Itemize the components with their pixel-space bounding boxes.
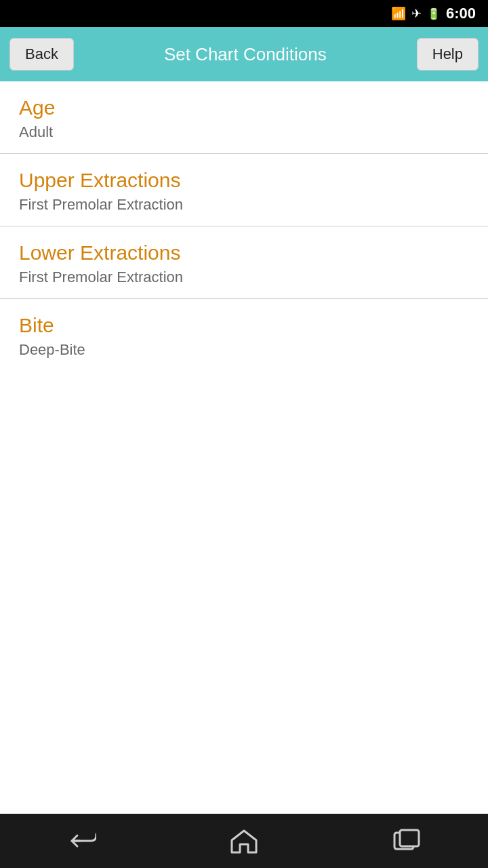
- bottom-nav: [0, 814, 488, 868]
- nav-recent-button[interactable]: [371, 822, 442, 860]
- lower-extractions-label: Lower Extractions: [19, 241, 469, 264]
- nav-back-button[interactable]: [46, 825, 117, 857]
- list-item-upper-extractions[interactable]: Upper Extractions First Premolar Extract…: [0, 154, 488, 226]
- list-item-bite[interactable]: Bite Deep-Bite: [0, 299, 488, 371]
- wifi-icon: 📶: [391, 6, 406, 21]
- page-title: Set Chart Conditions: [74, 44, 417, 65]
- airplane-icon: ✈: [411, 6, 422, 21]
- content-area: Age Adult Upper Extractions First Premol…: [0, 81, 488, 814]
- back-nav-icon: [66, 831, 96, 850]
- bite-label: Bite: [19, 314, 469, 337]
- upper-extractions-value: First Premolar Extraction: [19, 196, 469, 214]
- status-icons: 📶 ✈ 🔋 6:00: [391, 5, 476, 22]
- age-value: Adult: [19, 123, 469, 141]
- age-label: Age: [19, 96, 469, 119]
- status-bar: 📶 ✈ 🔋 6:00: [0, 0, 488, 27]
- list-item-lower-extractions[interactable]: Lower Extractions First Premolar Extract…: [0, 226, 488, 299]
- status-time: 6:00: [446, 5, 476, 22]
- svg-rect-1: [400, 830, 419, 846]
- bite-value: Deep-Bite: [19, 341, 469, 359]
- lower-extractions-value: First Premolar Extraction: [19, 269, 469, 286]
- upper-extractions-label: Upper Extractions: [19, 169, 469, 192]
- nav-home-button[interactable]: [209, 821, 279, 861]
- home-nav-icon: [229, 828, 259, 854]
- recent-nav-icon: [392, 829, 422, 853]
- help-button[interactable]: Help: [417, 38, 479, 71]
- list-item-age[interactable]: Age Adult: [0, 81, 488, 154]
- top-bar: Back Set Chart Conditions Help: [0, 27, 488, 81]
- battery-icon: 🔋: [427, 7, 441, 20]
- back-button[interactable]: Back: [9, 38, 74, 71]
